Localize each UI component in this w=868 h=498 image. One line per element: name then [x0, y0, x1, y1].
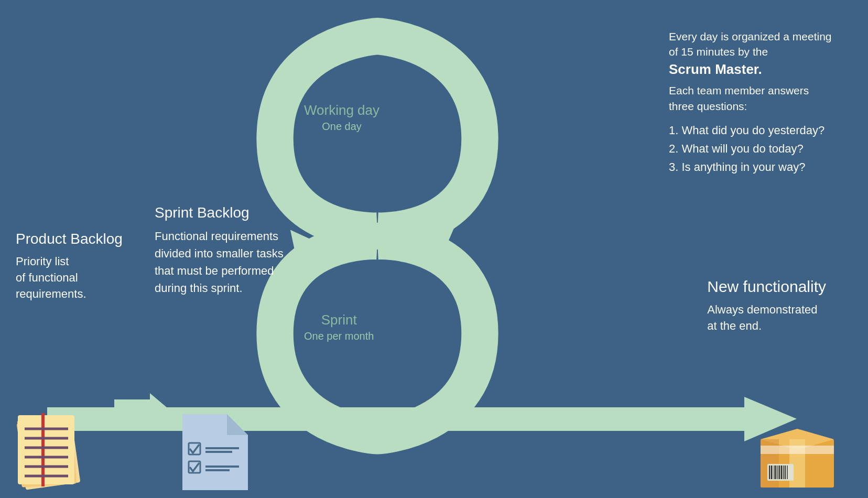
loop-top-subtitle: One day: [304, 121, 379, 133]
box-icon: [758, 414, 837, 490]
svg-rect-6: [18, 415, 74, 484]
scrum-intro-text: Every day is organized a meeting of 15 m…: [669, 29, 837, 79]
main-container: Working day One day Sprint One per month…: [0, 0, 868, 498]
scrum-q2: 2. What will you do today?: [669, 139, 837, 158]
product-backlog-section: Product Backlog Priority list of functio…: [16, 231, 123, 302]
scrum-master-section: Every day is organized a meeting of 15 m…: [669, 29, 837, 177]
sprint-label: Sprint One per month: [304, 312, 374, 342]
new-functionality-title: New functionality: [707, 278, 826, 296]
sprint-backlog-section: Sprint Backlog Functional requirements d…: [155, 204, 291, 297]
working-day-label: Working day One day: [304, 102, 379, 133]
papers-icon: [12, 409, 90, 490]
sprint-backlog-title: Sprint Backlog: [155, 204, 291, 221]
svg-marker-15: [227, 414, 248, 435]
loop-bottom-title: Sprint: [304, 312, 374, 328]
scrum-master-title: Scrum Master.: [669, 61, 762, 77]
product-backlog-body: Priority list of functional requirements…: [16, 254, 123, 302]
loop-top-title: Working day: [304, 102, 379, 118]
scrum-questions: 1. What did you do yesterday? 2. What wi…: [669, 121, 837, 177]
loop-bottom-subtitle: One per month: [304, 330, 374, 342]
svg-rect-37: [761, 446, 834, 454]
sprint-backlog-body: Functional requirements divided into sma…: [155, 228, 291, 297]
new-functionality-section: New functionality Always demonstrated at…: [707, 278, 826, 334]
scrum-q1: 1. What did you do yesterday?: [669, 121, 837, 139]
scrum-q3: 3. Is anything in your way?: [669, 158, 837, 176]
svg-marker-3: [114, 393, 167, 422]
small-arrow-1: [114, 393, 167, 422]
checklist-icon: [182, 414, 248, 490]
product-backlog-title: Product Backlog: [16, 231, 123, 247]
scrum-sub-text: Each team member answers three questions…: [669, 83, 837, 114]
new-functionality-body: Always demonstrated at the end.: [707, 302, 826, 334]
